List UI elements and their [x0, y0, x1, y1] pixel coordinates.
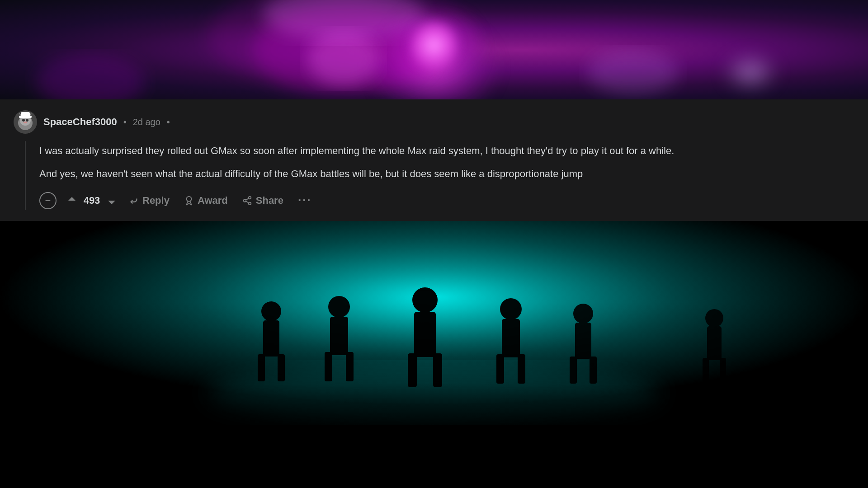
comment-content: I was actually surprised they rolled out…	[39, 141, 854, 210]
svg-point-13	[24, 122, 27, 123]
award-icon	[184, 196, 194, 206]
comment-timestamp: 2d ago	[133, 117, 160, 127]
bottom-banner-svg	[0, 221, 868, 438]
comment-username: SpaceChef3000	[43, 116, 117, 128]
comment-text: I was actually surprised they rolled out…	[39, 143, 854, 182]
comment-section: SpaceChef3000 • 2d ago • I was actually …	[0, 99, 868, 221]
bottom-banner-image	[0, 221, 868, 438]
svg-point-4	[588, 50, 678, 95]
separator-dot: •	[123, 117, 127, 127]
svg-point-3	[36, 54, 145, 99]
banner-svg	[0, 0, 868, 99]
downvote-icon	[106, 195, 117, 206]
reply-label: Reply	[142, 195, 170, 206]
trailing-dot: •	[167, 117, 170, 127]
upvote-button[interactable]	[64, 192, 80, 209]
action-bar: − 493	[39, 191, 854, 210]
share-label: Share	[256, 195, 283, 206]
more-options-button[interactable]: ···	[292, 191, 317, 210]
vote-count: 493	[83, 195, 101, 206]
upvote-icon	[66, 195, 77, 206]
svg-rect-46	[0, 221, 868, 438]
comment-paragraph-1: I was actually surprised they rolled out…	[39, 143, 854, 159]
svg-point-19	[249, 202, 251, 205]
comment-indent-line	[25, 141, 26, 210]
reply-icon	[129, 196, 139, 206]
award-label: Award	[198, 195, 228, 206]
downvote-button[interactable]	[104, 192, 120, 209]
comment-header: SpaceChef3000 • 2d ago •	[14, 110, 854, 134]
minus-icon: −	[45, 195, 51, 206]
collapse-button[interactable]: −	[39, 192, 57, 209]
svg-point-16	[186, 197, 191, 202]
svg-point-11	[22, 119, 25, 122]
reply-button[interactable]: Reply	[123, 191, 175, 210]
svg-point-18	[244, 199, 246, 202]
avatar-image	[14, 110, 37, 134]
top-banner-image	[0, 0, 868, 99]
svg-point-17	[249, 197, 251, 199]
share-button[interactable]: Share	[237, 191, 289, 210]
share-icon	[242, 196, 252, 206]
svg-rect-15	[19, 116, 32, 118]
comment-paragraph-2: And yes, we haven't seen what the actual…	[39, 166, 854, 182]
vote-group: 493	[64, 192, 120, 209]
comment-body-wrapper: I was actually surprised they rolled out…	[14, 141, 854, 210]
award-button[interactable]: Award	[179, 191, 233, 210]
avatar	[14, 110, 37, 134]
svg-point-12	[26, 119, 28, 122]
